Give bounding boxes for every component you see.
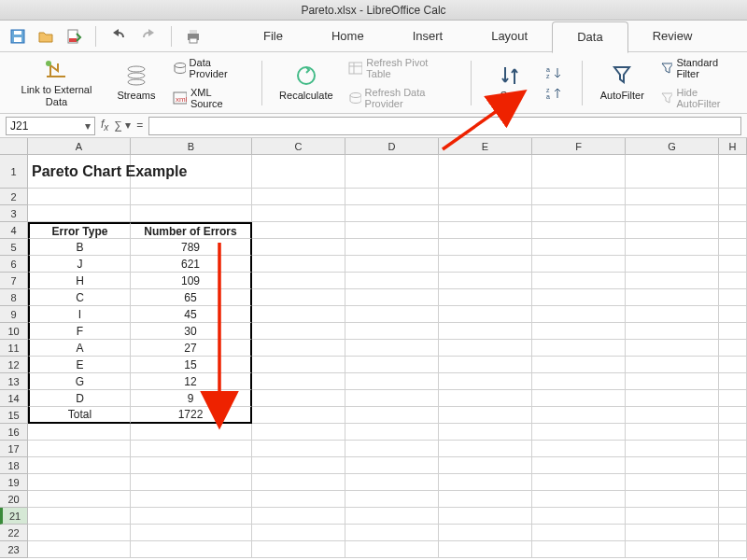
column-header-G[interactable]: G [626, 138, 719, 155]
cell-A22[interactable] [28, 525, 131, 541]
cell-B18[interactable] [131, 457, 252, 474]
cell-F21[interactable] [532, 508, 626, 525]
cell-B3[interactable] [131, 205, 252, 222]
cell-B7[interactable]: 109 [131, 273, 252, 289]
cell-E20[interactable] [439, 491, 532, 508]
cell-F11[interactable] [532, 340, 626, 357]
cell-H4[interactable] [719, 222, 747, 239]
cell-D2[interactable] [345, 189, 439, 205]
cell-H14[interactable] [719, 390, 747, 407]
cell-E6[interactable] [439, 256, 532, 273]
cell-C17[interactable] [252, 441, 345, 457]
cell-G19[interactable] [626, 474, 719, 491]
select-all-corner[interactable] [0, 138, 28, 155]
cell-A20[interactable] [28, 491, 131, 508]
cell-G7[interactable] [626, 273, 719, 289]
cell-D19[interactable] [345, 474, 439, 491]
cell-C6[interactable] [252, 256, 345, 273]
cell-F14[interactable] [532, 390, 626, 407]
cell-D7[interactable] [345, 273, 439, 289]
cell-F18[interactable] [532, 457, 626, 474]
cell-A4[interactable]: Error Type [28, 222, 131, 239]
cell-H15[interactable] [719, 407, 747, 424]
cell-E7[interactable] [439, 273, 532, 289]
cell-A23[interactable] [28, 541, 131, 558]
cell-C8[interactable] [252, 289, 345, 306]
chevron-down-icon[interactable]: ▾ [85, 119, 91, 133]
cell-A19[interactable] [28, 474, 131, 491]
cell-F6[interactable] [532, 256, 626, 273]
link-external-data-button[interactable]: Link to External Data [9, 56, 104, 108]
cell-C15[interactable] [252, 407, 345, 424]
cell-H10[interactable] [719, 323, 747, 340]
cell-G14[interactable] [626, 390, 719, 407]
row-header-6[interactable]: 6 [0, 256, 28, 273]
cell-D8[interactable] [345, 289, 439, 306]
cell-D5[interactable] [345, 239, 439, 256]
column-header-C[interactable]: C [252, 138, 345, 155]
spreadsheet[interactable]: ABCDEFGH 1234567891011121314151617181920… [0, 138, 747, 560]
cell-H21[interactable] [719, 508, 747, 525]
cell-C13[interactable] [252, 373, 345, 390]
cell-E9[interactable] [439, 306, 532, 323]
cell-G12[interactable] [626, 357, 719, 373]
row-header-12[interactable]: 12 [0, 357, 28, 373]
cell-G10[interactable] [626, 323, 719, 340]
tab-layout[interactable]: Layout [467, 21, 552, 52]
cell-A1[interactable]: Pareto Chart Example [28, 155, 131, 189]
row-header-14[interactable]: 14 [0, 390, 28, 407]
cell-H5[interactable] [719, 239, 747, 256]
name-box[interactable]: J21 ▾ [6, 117, 95, 135]
redo-icon[interactable] [137, 26, 160, 47]
cell-H11[interactable] [719, 340, 747, 357]
row-header-13[interactable]: 13 [0, 373, 28, 390]
column-header-F[interactable]: F [532, 138, 626, 155]
cell-E17[interactable] [439, 441, 532, 457]
row-header-3[interactable]: 3 [0, 205, 28, 222]
cell-E21[interactable] [439, 508, 532, 525]
cell-E10[interactable] [439, 323, 532, 340]
cell-C21[interactable] [252, 508, 345, 525]
cell-A7[interactable]: H [28, 273, 131, 289]
cell-G21[interactable] [626, 508, 719, 525]
cell-G4[interactable] [626, 222, 719, 239]
tab-review[interactable]: Review [628, 21, 717, 52]
column-header-E[interactable]: E [439, 138, 532, 155]
cell-H3[interactable] [719, 205, 747, 222]
cell-B21[interactable] [131, 508, 252, 525]
cell-G8[interactable] [626, 289, 719, 306]
cell-E22[interactable] [439, 525, 532, 541]
standard-filter-button[interactable]: Standard Filter [656, 55, 738, 81]
cell-A11[interactable]: A [28, 340, 131, 357]
cell-E12[interactable] [439, 357, 532, 373]
cell-D4[interactable] [345, 222, 439, 239]
cell-C23[interactable] [252, 541, 345, 558]
cell-A2[interactable] [28, 189, 131, 205]
cell-H19[interactable] [719, 474, 747, 491]
cell-H13[interactable] [719, 373, 747, 390]
column-header-D[interactable]: D [345, 138, 439, 155]
recalculate-button[interactable]: Recalculate [277, 62, 335, 103]
cell-A10[interactable]: F [28, 323, 131, 340]
row-header-21[interactable]: 21 [0, 508, 28, 525]
cell-E3[interactable] [439, 205, 532, 222]
cell-F12[interactable] [532, 357, 626, 373]
cell-F4[interactable] [532, 222, 626, 239]
column-header-A[interactable]: A [28, 138, 131, 155]
cell-D1[interactable] [345, 155, 439, 189]
row-header-10[interactable]: 10 [0, 323, 28, 340]
cell-A6[interactable]: J [28, 256, 131, 273]
xml-source-button[interactable]: xml XML Source [169, 85, 247, 111]
cell-G11[interactable] [626, 340, 719, 357]
cell-B9[interactable]: 45 [131, 306, 252, 323]
cell-A21[interactable] [28, 508, 131, 525]
cell-H6[interactable] [719, 256, 747, 273]
cell-E11[interactable] [439, 340, 532, 357]
cell-F2[interactable] [532, 189, 626, 205]
cell-C7[interactable] [252, 273, 345, 289]
cell-E23[interactable] [439, 541, 532, 558]
open-folder-icon[interactable] [35, 26, 56, 47]
cell-C14[interactable] [252, 390, 345, 407]
cell-G6[interactable] [626, 256, 719, 273]
cell-D17[interactable] [345, 441, 439, 457]
